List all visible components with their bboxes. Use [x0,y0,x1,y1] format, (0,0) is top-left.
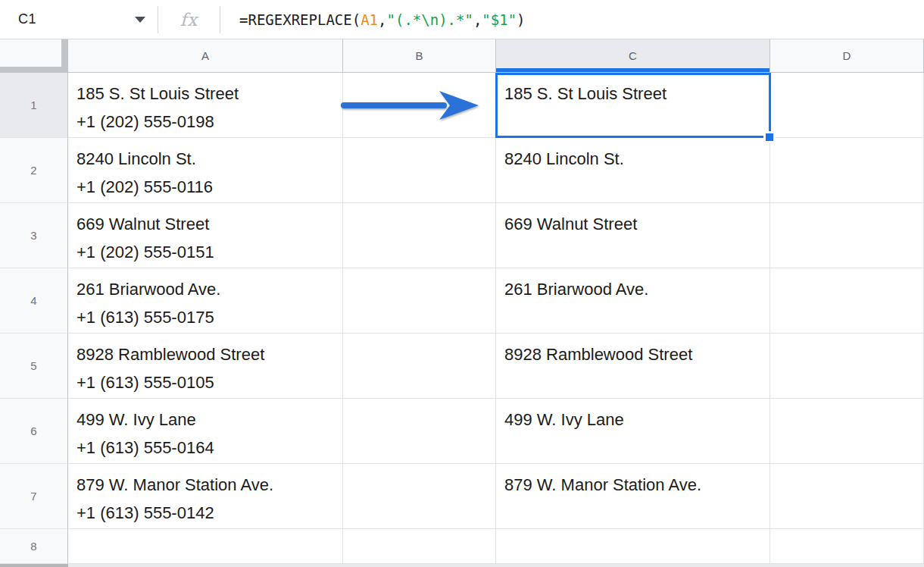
cell-text: 8240 Lincoln St. [504,145,760,173]
fx-icon: fx [158,10,220,30]
row-header-8[interactable]: 8 [0,529,68,564]
cell-C4[interactable]: 261 Briarwood Ave. [496,268,770,334]
cell-text: 669 Walnut Street [76,210,333,238]
cell-B3[interactable] [343,203,496,268]
cell-D6[interactable] [770,399,924,464]
cell-D3[interactable] [770,203,924,268]
formula-string-literal: "(.*\n).*" [387,11,473,28]
cell-C6[interactable]: 499 W. Ivy Lane [496,399,770,464]
column-header-a[interactable]: A [68,39,343,73]
formula-text: ) [517,11,525,28]
cell-C7[interactable]: 879 W. Manor Station Ave. [496,464,770,529]
row-header-6[interactable]: 6 [0,399,68,464]
select-all-corner[interactable] [0,39,68,73]
cell-text: 185 S. St Louis Street [504,80,760,108]
arrow-right-annotation [339,88,483,123]
cell-text: 879 W. Manor Station Ave. [76,471,333,499]
row-header-4[interactable]: 4 [0,268,68,334]
cell-D7[interactable] [770,464,924,529]
formula-text: , [473,11,482,28]
cell-C2[interactable]: 8240 Lincoln St. [496,138,770,203]
cell-text: +1 (613) 555-0105 [76,368,333,396]
cell-A8[interactable] [68,529,343,564]
column-header-d[interactable]: D [770,39,924,73]
cell-text: 261 Briarwood Ave. [76,275,333,303]
cell-A3[interactable]: 669 Walnut Street+1 (202) 555-0151 [68,203,343,268]
cell-text: 669 Walnut Street [504,210,760,238]
cell-C3[interactable]: 669 Walnut Street [496,203,770,268]
sheet-bottom-edge [0,564,68,567]
cell-text: 8928 Ramblewood Street [504,340,760,368]
cell-text: 185 S. St Louis Street [76,80,333,108]
sheet-bottom-edge [68,564,924,567]
row-header-7[interactable]: 7 [0,464,68,529]
toolbar-divider [220,6,220,33]
cell-D2[interactable] [770,138,924,203]
cell-A4[interactable]: 261 Briarwood Ave.+1 (613) 555-0175 [68,268,343,334]
cell-D5[interactable] [770,334,924,399]
fill-handle[interactable] [763,131,776,143]
formula-text: , [378,11,386,28]
formula-toolbar: C1 fx =REGEXREPLACE(A1,"(.*\n).*","$1") [0,0,924,39]
cell-text: 499 W. Ivy Lane [504,406,760,434]
cell-D4[interactable] [770,268,924,334]
formula-range-ref: A1 [361,11,378,28]
cell-A2[interactable]: 8240 Lincoln St.+1 (202) 555-0116 [68,138,343,203]
row-header-2[interactable]: 2 [0,138,68,203]
row-header-3[interactable]: 3 [0,203,68,268]
cell-B4[interactable] [343,268,496,334]
cell-D1[interactable] [770,73,924,138]
cell-B7[interactable] [343,464,496,529]
row-header-5[interactable]: 5 [0,334,68,399]
cell-text: +1 (613) 555-0164 [76,434,333,462]
cell-C8[interactable] [496,529,770,564]
row-header-1[interactable]: 1 [0,73,68,138]
formula-input[interactable]: =REGEXREPLACE(A1,"(.*\n).*","$1") [239,11,526,28]
cell-text: +1 (202) 555-0151 [76,238,333,266]
cell-C1[interactable]: 185 S. St Louis Street [496,73,770,138]
cell-text: +1 (202) 555-0116 [76,173,333,201]
cell-B6[interactable] [343,399,496,464]
cell-B5[interactable] [343,334,496,399]
name-box[interactable]: C1 [0,0,158,39]
cell-D8[interactable] [770,529,924,564]
cell-text: +1 (613) 555-0175 [76,303,333,331]
cell-text: +1 (202) 555-0198 [76,108,333,136]
formula-text: =REGEXREPLACE( [239,11,361,28]
cell-A6[interactable]: 499 W. Ivy Lane+1 (613) 555-0164 [68,399,343,464]
cell-text: 8240 Lincoln St. [76,145,333,173]
formula-string-literal: "$1" [482,11,517,28]
name-box-dropdown-icon[interactable] [135,17,145,23]
cell-text: 261 Briarwood Ave. [504,275,760,303]
cell-text: +1 (613) 555-0142 [76,499,333,527]
cell-text: 879 W. Manor Station Ave. [504,471,760,499]
cell-B2[interactable] [343,138,496,203]
cell-text: 8928 Ramblewood Street [76,340,333,368]
cell-A1[interactable]: 185 S. St Louis Street+1 (202) 555-0198 [68,73,343,138]
cell-B8[interactable] [343,529,496,564]
column-header-b[interactable]: B [343,39,496,73]
column-header-c[interactable]: C [496,39,770,73]
cell-C5[interactable]: 8928 Ramblewood Street [496,334,770,399]
cell-text: 499 W. Ivy Lane [76,406,333,434]
cell-A5[interactable]: 8928 Ramblewood Street+1 (613) 555-0105 [68,334,343,399]
name-box-value: C1 [18,11,36,27]
cell-A7[interactable]: 879 W. Manor Station Ave.+1 (613) 555-01… [68,464,343,529]
